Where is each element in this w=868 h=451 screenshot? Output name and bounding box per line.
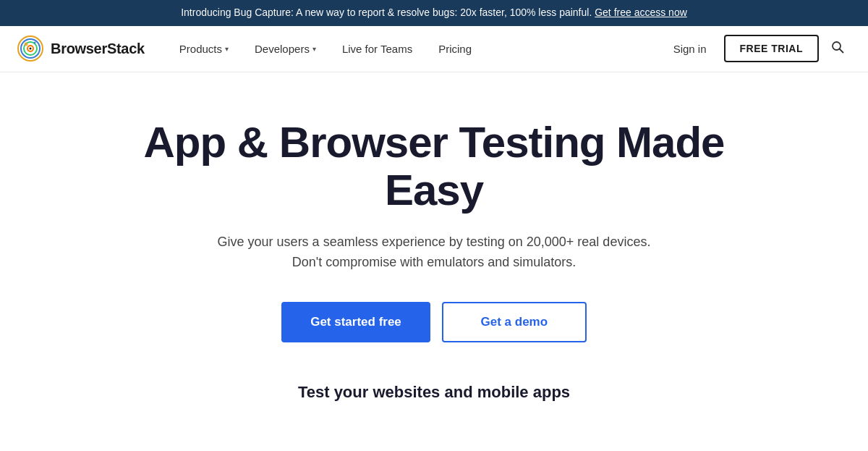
- nav-products-label: Products: [179, 43, 222, 55]
- nav-item-products[interactable]: Products ▾: [168, 37, 240, 61]
- nav-item-live-for-teams[interactable]: Live for Teams: [331, 37, 424, 61]
- free-trial-button[interactable]: FREE TRIAL: [724, 35, 819, 62]
- chevron-down-icon: ▾: [312, 45, 316, 53]
- navbar: BrowserStack Products ▾ Developers ▾ Liv…: [0, 26, 868, 72]
- hero-subtitle: Give your users a seamless experience by…: [203, 232, 665, 274]
- svg-point-6: [30, 48, 32, 50]
- chevron-down-icon: ▾: [225, 45, 229, 53]
- hero-buttons: Get started free Get a demo: [17, 302, 851, 342]
- svg-point-8: [34, 42, 36, 44]
- announcement-bar: Introducing Bug Capture: A new way to re…: [0, 0, 868, 26]
- logo-link[interactable]: BrowserStack: [17, 35, 145, 62]
- announcement-text: Introducing Bug Capture: A new way to re…: [181, 7, 592, 18]
- svg-line-10: [840, 49, 843, 52]
- hero-title: App & Browser Testing Made Easy: [109, 119, 760, 214]
- sign-in-button[interactable]: Sign in: [662, 37, 718, 61]
- hero-section: App & Browser Testing Made Easy Give you…: [0, 72, 868, 451]
- search-button[interactable]: [825, 35, 851, 62]
- hero-subtitle-line2: Don't compromise with emulators and simu…: [292, 255, 576, 269]
- nav-actions: Sign in FREE TRIAL: [662, 35, 851, 62]
- nav-links: Products ▾ Developers ▾ Live for Teams P…: [168, 37, 662, 61]
- nav-live-for-teams-label: Live for Teams: [342, 43, 412, 55]
- search-icon: [830, 40, 845, 58]
- nav-developers-label: Developers: [255, 43, 310, 55]
- announcement-link[interactable]: Get free access now: [595, 7, 687, 18]
- nav-item-developers[interactable]: Developers ▾: [243, 37, 328, 61]
- svg-point-7: [25, 43, 28, 46]
- nav-pricing-label: Pricing: [438, 43, 472, 55]
- products-section-heading: Test your websites and mobile apps: [17, 383, 851, 402]
- logo-icon: [17, 35, 43, 62]
- get-started-button[interactable]: Get started free: [281, 302, 430, 342]
- nav-item-pricing[interactable]: Pricing: [427, 37, 483, 61]
- hero-subtitle-line1: Give your users a seamless experience by…: [218, 235, 651, 249]
- logo-text: BrowserStack: [51, 41, 145, 57]
- get-demo-button[interactable]: Get a demo: [442, 302, 587, 342]
